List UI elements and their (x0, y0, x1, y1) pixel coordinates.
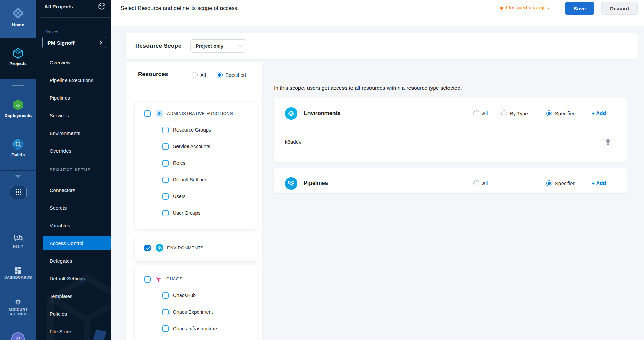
home-icon (0, 0, 36, 21)
resource-type-row: Resource Groups (135, 122, 258, 138)
radio-option-label: Specified (555, 181, 576, 186)
sidebar-item-templates[interactable]: Templates (36, 287, 111, 305)
resource-type-label: User Groups (173, 210, 200, 216)
grid-icon (16, 189, 21, 196)
rail-item-help[interactable]: ?HELP (0, 234, 36, 249)
unsaved-changes-label: Unsaved changes (506, 5, 549, 11)
add-pipelines-button[interactable]: + Add (592, 180, 606, 186)
rail-separator (0, 184, 36, 184)
radio-option-all[interactable]: All (192, 72, 206, 78)
radio-icon (473, 110, 479, 116)
resource-type-label: Chaos Experiment (173, 309, 213, 315)
radio-option-environments-specified[interactable]: Specified (546, 110, 576, 116)
admin-functions-icon: ⚙ (156, 110, 163, 117)
project-label: Project (44, 29, 58, 34)
sidebar-item-file-store[interactable]: File Store (36, 323, 111, 340)
radio-option-environments-all[interactable]: All (473, 110, 488, 116)
rail-module-projects[interactable]: Projects (0, 38, 36, 79)
resource-group-card-chaos: CHAOSChaosHubChaos ExperimentChaos Infra… (135, 265, 258, 340)
sidebar-item-overview[interactable]: Overview (36, 54, 111, 71)
sidebar-item-secrets[interactable]: Secrets (36, 199, 111, 217)
save-button[interactable]: Save (565, 2, 594, 15)
project-setup-heading: PROJECT SETUP (50, 168, 91, 172)
resource-group-header[interactable]: ENVIRONMENTS (135, 240, 258, 256)
sidebar-item-connectors[interactable]: Connectors (36, 181, 111, 199)
resource-type-label: Default Settings (173, 177, 207, 182)
nav-setup-list: ConnectorsSecretsVariablesAccess Control… (36, 181, 111, 340)
radio-option-pipelines-all[interactable]: All (473, 180, 488, 186)
resource-type-label: ChaosHub (173, 293, 196, 298)
resource-type-label: Service Accounts (173, 144, 210, 149)
sidebar-item-default-settings[interactable]: Default Settings (36, 270, 111, 287)
radio-option-label: By Type (510, 111, 528, 116)
project-selector[interactable]: PM Signoff (42, 37, 106, 48)
user-avatar[interactable]: P (11, 332, 25, 340)
checkbox-environments[interactable] (144, 245, 151, 251)
checkbox-chaos-infrastructure[interactable] (162, 325, 169, 332)
checkbox-chaos[interactable] (144, 276, 151, 283)
resource-type-row: Roles (135, 155, 258, 171)
sidebar-item-environments[interactable]: Environments (36, 124, 111, 142)
environments-big-icon (285, 107, 297, 120)
resource-group-header[interactable]: CHAOS (135, 271, 258, 287)
resource-type-row: Chaos Experiment (135, 304, 258, 320)
discard-button[interactable]: Discard (601, 2, 638, 15)
radio-option-pipelines-specified[interactable]: Specified (546, 180, 576, 186)
radio-option-label: All (482, 111, 488, 116)
sidebar-item-access-control[interactable]: Access Control (43, 236, 111, 250)
rail-divider (12, 85, 24, 86)
resource-type-row: Service Accounts (135, 138, 258, 155)
sidebar-item-delegates[interactable]: Delegates (36, 252, 111, 270)
scope-card-pipelines: PipelinesAllSpecified+ Add (274, 168, 627, 193)
chevron-down-icon (239, 43, 243, 47)
radio-option-label: All (482, 181, 488, 186)
environments-icon (156, 244, 163, 252)
radio-option-label: Specified (225, 72, 246, 78)
chaos-icon (155, 275, 163, 283)
sidebar-item-overrides[interactable]: Overrides (36, 142, 111, 160)
checkbox-user-groups[interactable] (162, 210, 169, 216)
trash-icon[interactable] (604, 138, 611, 145)
rail-module-label: Home (0, 23, 36, 27)
checkbox-resource-groups[interactable] (162, 127, 169, 133)
radio-option-specified[interactable]: Specified (217, 72, 246, 78)
resource-entry-name: k8sdev (285, 139, 302, 145)
sidebar-item-pipeline-executions[interactable]: Pipeline Executions (36, 71, 111, 89)
resources-header: Resources AllSpecified (126, 62, 262, 102)
rail-item-dashboards[interactable]: DASHBOARDS (0, 267, 36, 280)
resource-group-card-administrative-functions: ⚙ADMINISTRATIVE FUNCTIONSResource Groups… (135, 102, 258, 229)
sidebar-item-services[interactable]: Services (36, 107, 111, 124)
add-environments-button[interactable]: + Add (592, 110, 606, 116)
gear-icon: ⚙ (0, 298, 36, 306)
sidebar-item-policies[interactable]: Policies (36, 305, 111, 323)
radio-option-environments-by-type[interactable]: By Type (501, 110, 528, 116)
resource-scope-select[interactable]: Project only (190, 39, 246, 53)
resources-title: Resources (138, 71, 168, 78)
resources-panel: Resources AllSpecified ⚙ADMINISTRATIVE F… (126, 62, 262, 340)
checkbox-administrative-functions[interactable] (144, 110, 151, 117)
builds-icon (0, 138, 36, 151)
nav-title: All Projects (44, 3, 73, 9)
checkbox-default-settings[interactable] (162, 177, 169, 183)
resource-group-header[interactable]: ⚙ADMINISTRATIVE FUNCTIONS (135, 106, 258, 122)
content-area: Resource Scope Project only Resources Al… (111, 26, 644, 340)
checkbox-users[interactable] (162, 193, 169, 200)
chevron-down-icon[interactable] (15, 175, 21, 178)
resource-type-row: User Groups (135, 205, 258, 221)
rail-module-deployments[interactable]: ∞ Deployments (0, 98, 36, 123)
help-icon: ? (0, 234, 36, 243)
rail-item-account-settings[interactable]: ⚙ACCOUNTSETTINGS (0, 298, 36, 316)
checkbox-service-accounts[interactable] (162, 143, 169, 150)
sidebar-item-variables[interactable]: Variables (36, 217, 111, 234)
rail-module-label: Builds (0, 153, 36, 158)
rail-module-builds[interactable]: Builds (0, 138, 36, 162)
rail-item-label: HELP (0, 244, 36, 249)
sidebar-item-pipelines[interactable]: Pipelines (36, 89, 111, 107)
checkbox-chaos-experiment[interactable] (162, 309, 169, 315)
rail-module-home[interactable]: Home (0, 0, 36, 38)
module-switcher-button[interactable] (10, 186, 27, 199)
checkbox-chaoshub[interactable] (162, 292, 169, 299)
scope-card-header: PipelinesAllSpecified+ Add (274, 168, 627, 193)
checkbox-roles[interactable] (162, 160, 169, 167)
cube-icon[interactable] (98, 2, 106, 12)
